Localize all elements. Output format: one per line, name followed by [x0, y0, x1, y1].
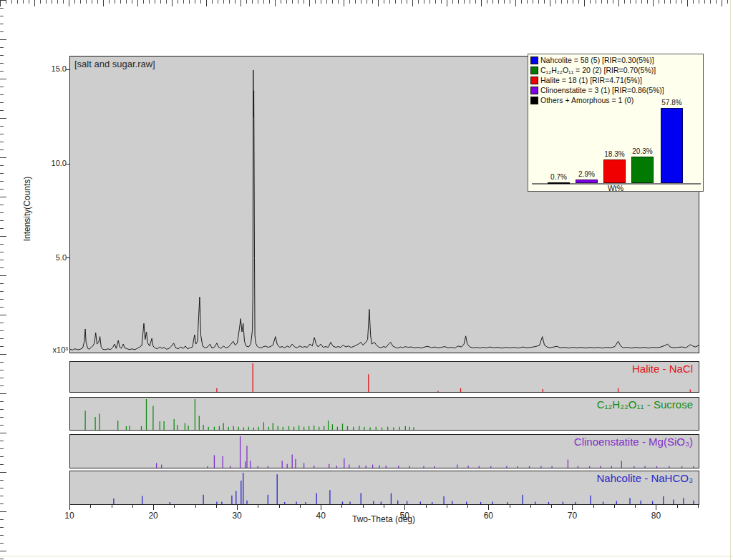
panel-halite-sticks: [70, 362, 699, 392]
x-minor-tick: [677, 505, 678, 508]
x-major-tick: [237, 505, 238, 510]
x-major-tick: [404, 505, 405, 510]
x-minor-tick: [112, 505, 112, 508]
x-minor-tick: [551, 505, 552, 508]
ruler-left: [0, 0, 7, 560]
bar-chart-x-label: Wt%: [528, 184, 703, 192]
y-tick-label: 10.0: [38, 159, 67, 167]
y-tick-label: 5.0: [38, 253, 67, 262]
wt-bar-value-label: 20.3%: [626, 147, 659, 155]
panel-halite-title: Halite - NaCl: [632, 363, 693, 375]
wt-bar-c-h-o-: [631, 157, 654, 183]
y-tick-label: 15.0: [38, 64, 67, 73]
x-minor-tick: [279, 505, 280, 508]
x-minor-tick: [132, 505, 133, 508]
panel-sucrose[interactable]: C₁₂H₂₂O₁₁ - Sucrose: [69, 397, 699, 431]
file-label: [salt and sugar.raw]: [74, 59, 155, 69]
panel-nahcolite-title: Nahcolite - NaHCO₃: [597, 472, 693, 484]
x-major-tick: [69, 505, 70, 510]
ruler-top: [0, 0, 733, 7]
wt-bar-value-label: 57.8%: [656, 99, 688, 107]
x-minor-tick: [635, 505, 636, 508]
panel-nahcolite[interactable]: Nahcolite - NaHCO₃: [69, 471, 699, 505]
x-major-tick: [153, 505, 154, 510]
x-minor-tick: [467, 505, 468, 508]
x-minor-tick: [447, 505, 447, 508]
x-major-tick: [572, 505, 573, 510]
panel-sucrose-title: C₁₂H₂₂O₁₁ - Sucrose: [597, 398, 693, 411]
x-major-tick: [488, 505, 489, 510]
x-minor-tick: [698, 505, 699, 508]
x-minor-tick: [530, 505, 531, 508]
panel-clinoenstatite[interactable]: Clinoenstatite - Mg(SiO₃): [69, 434, 699, 468]
x-minor-tick: [300, 505, 301, 508]
x-minor-tick: [341, 505, 342, 508]
wt-bar-value-label: 2.9%: [571, 170, 603, 178]
wt-bar-others-amorphous: [548, 182, 570, 184]
x-major-tick: [321, 505, 321, 510]
x-minor-tick: [90, 505, 91, 508]
x-axis-title: Two-Theta (deg): [69, 514, 698, 524]
print-page: Intensity(Counts) x10³ 5.010.015.0 [salt…: [0, 0, 733, 560]
x-minor-tick: [593, 505, 594, 508]
y-axis-multiplier: x10³: [32, 345, 68, 354]
panel-halite[interactable]: Halite - NaCl: [69, 361, 699, 393]
x-minor-tick: [426, 505, 427, 508]
x-minor-tick: [384, 505, 384, 508]
x-minor-tick: [614, 505, 615, 508]
page-edge-right: [730, 0, 731, 560]
legend-box[interactable]: Nahcolite = 58 (5) [RIR=0.30(5%)]C₁₂H₂₂O…: [528, 54, 704, 192]
panel-clinoenstatite-title: Clinoenstatite - Mg(SiO₃): [574, 436, 693, 448]
x-minor-tick: [363, 505, 364, 508]
wt-bar-clinoenstatite: [576, 180, 598, 183]
x-major-tick: [656, 505, 656, 510]
wt-percent-bar-chart: Wt% 0.7%2.9%18.3%20.3%57.8%: [528, 54, 703, 191]
x-minor-tick: [174, 505, 175, 508]
x-minor-tick: [258, 505, 258, 508]
x-minor-tick: [195, 505, 196, 508]
wt-bar-nahcolite: [661, 108, 683, 183]
y-axis-title: Intensity(Counts): [22, 166, 32, 252]
page-edge-bottom: [0, 556, 733, 556]
x-minor-tick: [216, 505, 217, 508]
x-minor-tick: [510, 505, 510, 508]
wt-bar-halite: [603, 159, 626, 183]
